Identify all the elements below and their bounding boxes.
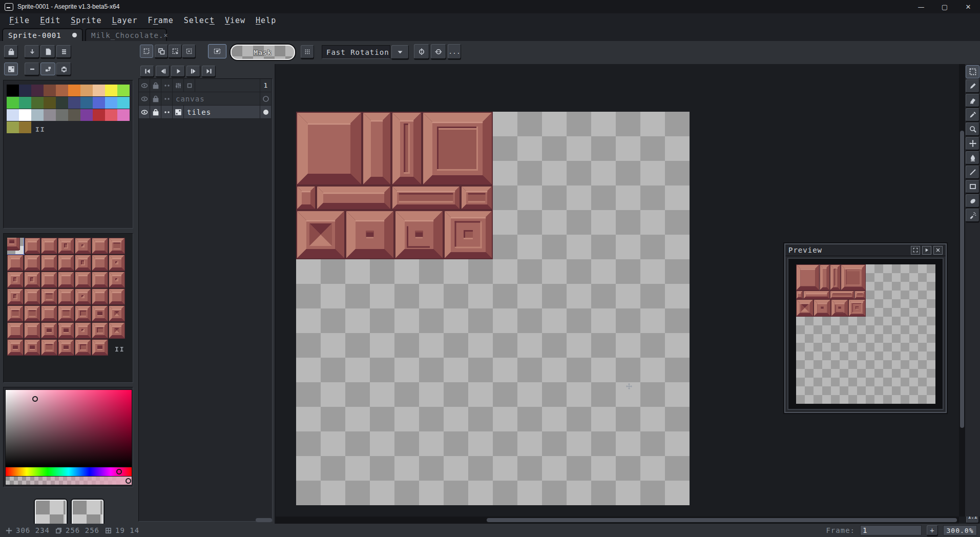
palette-color-26[interactable] [80,109,93,121]
horizontal-scrollbar-thumb[interactable] [487,518,957,522]
hue-marker[interactable] [116,469,122,474]
palette-color-19[interactable] [117,97,130,109]
palette-color-5[interactable] [68,85,80,96]
palette-lock-button[interactable] [4,45,18,58]
minimize-button[interactable]: — [909,0,933,13]
palette-color-6[interactable] [80,85,93,96]
palette-color-16[interactable] [80,97,93,109]
tileset-export-button[interactable] [56,63,71,75]
close-button[interactable]: ✕ [956,0,980,13]
palette-color-8[interactable] [105,85,117,96]
palette-sort-button[interactable] [25,45,39,58]
menu-frame[interactable]: Frame [143,14,179,27]
eye-icon[interactable] [139,106,150,118]
play-button[interactable] [171,66,185,77]
add-frame-button[interactable]: + [927,525,938,535]
palette-options-button[interactable] [56,45,71,58]
palette-presets-button[interactable] [40,45,55,58]
vertical-scrollbar-thumb[interactable] [960,131,964,428]
tileset-canvas[interactable] [4,234,133,382]
palette-color-24[interactable] [56,109,68,121]
tab-sprite-0001[interactable]: Sprite-0001 [2,28,83,41]
eyedropper-tool-button[interactable] [966,108,979,121]
alpha-marker[interactable] [126,478,131,484]
menu-sprite[interactable]: Sprite [66,14,107,27]
palette-color-2[interactable] [31,85,44,96]
sv-marker[interactable] [32,396,38,402]
dots2-icon[interactable] [161,106,173,118]
layer-row-tiles[interactable]: tiles [139,106,271,119]
cel-canvas-frame-1[interactable] [260,92,271,105]
alpha-bar[interactable] [5,476,132,485]
preview-expand-button[interactable] [911,246,920,255]
next-frame-button[interactable] [186,66,200,77]
menu-view[interactable]: View [220,14,251,27]
palette-color-17[interactable] [93,97,105,109]
dots2-icon[interactable] [161,79,173,92]
tiles-selection-mode-button[interactable] [208,44,226,58]
palette-color-13[interactable] [44,97,56,109]
palette-color-29[interactable] [117,109,130,121]
hue-bar[interactable] [5,467,132,477]
palette-color-4[interactable] [56,85,68,96]
preview-title-bar[interactable]: Preview [785,244,946,256]
lock-icon[interactable] [150,106,161,118]
previous-frame-button[interactable] [156,66,170,77]
palette-color-1[interactable] [19,85,31,96]
lock-icon[interactable] [150,79,161,92]
palette-color-18[interactable] [105,97,117,109]
timeline-scrollbar-thumb[interactable] [256,518,272,522]
contour-tool-button[interactable] [966,194,979,208]
tab-milk-chocolate[interactable]: Milk_Chocolate. ✕ [85,28,167,41]
selection-add-button[interactable] [155,45,168,58]
symmetry-vertical-button[interactable] [414,44,429,59]
palette-color-21[interactable] [19,109,31,121]
palette-color-25[interactable] [68,109,80,121]
pencil-tool-button[interactable] [966,79,979,93]
zoom-level-value[interactable]: 300.0% [943,525,977,535]
palette-color-14[interactable] [56,97,68,109]
tileset-minus-button[interactable] [25,63,39,75]
spray-tool-button[interactable] [966,209,979,222]
palette-color-12[interactable] [31,97,44,109]
cel-tiles-frame-1[interactable] [260,106,271,118]
palette-color-20[interactable] [7,109,19,121]
sliders-icon[interactable] [173,79,184,92]
rect-select-tool-button[interactable] [966,65,979,78]
go-to-last-frame-button[interactable] [202,66,216,77]
layer-row-canvas[interactable]: canvas [139,92,271,106]
square-icon[interactable] [184,79,195,92]
opacity-mask-slider[interactable]: Mask [231,45,295,60]
palette-color-15[interactable] [68,97,80,109]
palette-color-10[interactable] [7,97,19,109]
palette-color-23[interactable] [44,109,56,121]
menu-select[interactable]: Select [179,14,220,27]
frame-1-header[interactable]: 1 [260,79,271,92]
sprite-canvas[interactable] [296,112,690,505]
eye-icon[interactable] [139,79,150,92]
tileset-link-button[interactable] [40,63,55,75]
preview-close-button[interactable] [933,246,943,255]
rotation-algorithm-select[interactable]: Fast Rotation [322,45,390,59]
pixel-perfect-button[interactable] [301,45,314,58]
frame-number-input[interactable] [860,525,922,535]
horizontal-scrollbar[interactable] [276,517,959,524]
palette-color-0[interactable] [7,85,19,96]
menu-file[interactable]: File [4,14,35,27]
palette-color-11[interactable] [19,97,31,109]
maximize-button[interactable]: ▢ [933,0,956,13]
line-tool-button[interactable] [966,166,979,179]
rectangle-tool-button[interactable] [966,180,979,193]
vertical-scrollbar[interactable] [959,64,965,517]
menu-layer[interactable]: Layer [107,14,142,27]
palette-color-31[interactable] [19,121,31,133]
selection-intersect-button[interactable] [182,45,196,58]
rotation-dropdown-button[interactable] [391,45,409,59]
paint-bucket-tool-button[interactable] [966,151,979,164]
dots2-icon[interactable] [161,92,173,105]
tab-close-icon[interactable]: ✕ [163,31,168,39]
lock-icon[interactable] [150,92,161,105]
tileset-mode-button[interactable] [4,63,18,75]
zoom-tool-button[interactable] [966,122,979,136]
menu-help[interactable]: Help [251,14,281,27]
